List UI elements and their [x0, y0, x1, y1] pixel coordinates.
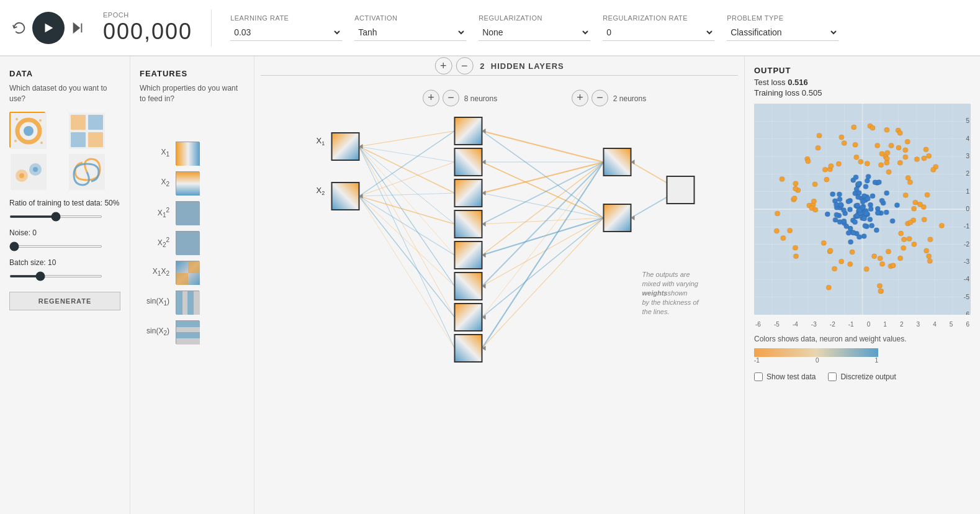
noise-label: Noise: 0 — [9, 228, 120, 237]
svg-point-8 — [14, 140, 17, 142]
feature-sinx1: sin(X1) — [140, 291, 245, 314]
header: Epoch 000,000 Learning rate 0.00001 0.00… — [0, 0, 980, 56]
show-test-data-checkbox[interactable] — [754, 372, 763, 381]
learning-rate-select[interactable]: 0.00001 0.0001 0.001 0.03 0.1 1 3 10 — [230, 24, 342, 41]
svg-line-49 — [359, 147, 455, 162]
regenerate-button[interactable]: REGENERATE — [9, 292, 120, 310]
problem-type-select[interactable]: Classification Regression — [727, 24, 838, 41]
svg-rect-100 — [455, 304, 482, 331]
svg-line-75 — [482, 218, 604, 286]
feature-x1x2: X1X2 — [140, 261, 245, 284]
reg-rate-select[interactable]: 0 0.001 0.003 0.01 0.03 0.1 0.3 1 3 10 — [603, 24, 714, 41]
feature-thumb-x2[interactable] — [176, 171, 199, 195]
dataset-spiral[interactable] — [68, 153, 104, 189]
svg-rect-33 — [176, 291, 182, 315]
dataset-circle[interactable] — [9, 112, 45, 148]
svg-line-69 — [482, 193, 604, 218]
play-button[interactable] — [32, 12, 65, 44]
svg-line-64 — [482, 131, 604, 162]
dataset-xor[interactable] — [68, 112, 104, 148]
step-button[interactable] — [71, 21, 84, 35]
test-loss-text: Test loss 0.516 — [754, 78, 971, 87]
svg-text:+: + — [428, 91, 434, 104]
test-loss-value: 0.516 — [788, 78, 808, 87]
show-test-data-option[interactable]: Show test data — [754, 372, 816, 381]
playback-controls — [12, 12, 84, 44]
svg-line-54 — [359, 147, 455, 317]
svg-rect-92 — [455, 179, 482, 207]
features-subtitle: Which properties do you want to feed in? — [140, 83, 245, 104]
color-bar-mid: 0 — [816, 357, 819, 364]
svg-rect-106 — [604, 204, 631, 232]
color-legend-text: Colors shows data, neuron and weight val… — [754, 334, 971, 345]
data-panel: DATA Which dataset do you want to use? — [0, 56, 130, 514]
svg-text:+: + — [577, 91, 583, 104]
color-bar-min: -1 — [754, 357, 760, 364]
svg-line-55 — [359, 147, 455, 348]
svg-rect-86 — [332, 183, 359, 210]
activation-select[interactable]: ReLU Tanh Sigmoid Linear — [354, 24, 466, 41]
svg-marker-0 — [45, 23, 53, 32]
feature-thumb-x1sq[interactable] — [176, 201, 199, 225]
svg-text:8 neurons: 8 neurons — [464, 94, 497, 103]
discretize-output-option[interactable]: Discretize output — [828, 372, 896, 381]
training-loss-text: Training loss 0.505 — [754, 88, 971, 97]
svg-rect-28 — [176, 243, 200, 255]
problem-type-group: Problem type Classification Regression — [727, 14, 838, 41]
show-test-label: Show test data — [766, 372, 816, 381]
feature-thumb-sinx1[interactable] — [176, 291, 199, 314]
epoch-label: Epoch — [103, 11, 192, 19]
svg-text:−: − — [447, 91, 454, 104]
dataset-grid — [9, 112, 120, 189]
svg-text:X2: X2 — [317, 186, 325, 196]
feature-thumb-x1x2[interactable] — [176, 261, 199, 284]
svg-line-63 — [359, 196, 455, 348]
svg-rect-22 — [176, 172, 200, 196]
noise-value: 0 — [32, 228, 37, 237]
svg-rect-108 — [667, 176, 695, 204]
svg-rect-90 — [455, 148, 482, 176]
ratio-slider[interactable] — [9, 215, 102, 218]
color-legend: Colors shows data, neuron and weight val… — [754, 334, 971, 364]
feature-x2sq: X22 — [140, 231, 245, 255]
feature-thumb-x1[interactable] — [176, 142, 199, 165]
svg-rect-94 — [455, 210, 482, 238]
svg-rect-37 — [176, 332, 200, 338]
learning-rate-group: Learning rate 0.00001 0.0001 0.001 0.03 … — [230, 14, 342, 41]
svg-rect-104 — [604, 148, 631, 176]
regularization-group: Regularization None L1 L2 — [479, 14, 590, 41]
batch-slider[interactable] — [9, 275, 102, 277]
svg-rect-31 — [188, 261, 200, 273]
svg-point-7 — [39, 119, 42, 122]
noise-group: Noise: 0 — [9, 228, 120, 250]
output-visualization — [754, 104, 971, 315]
feature-thumb-x2sq[interactable] — [176, 231, 199, 255]
data-title: DATA — [9, 69, 120, 78]
svg-line-76 — [482, 162, 604, 317]
activation-label: Activation — [354, 14, 466, 22]
ratio-group: Ratio of training to test data: 50% — [9, 199, 120, 220]
svg-text:the lines.: the lines. — [642, 308, 670, 315]
svg-line-62 — [359, 196, 455, 317]
svg-line-51 — [359, 147, 455, 224]
main-content: DATA Which dataset do you want to use? — [0, 56, 980, 514]
noise-slider[interactable] — [9, 245, 102, 248]
svg-text:by the thickness of: by the thickness of — [642, 299, 699, 306]
svg-line-70 — [482, 162, 604, 224]
feature-thumb-sinx2[interactable] — [176, 320, 199, 344]
svg-rect-83 — [332, 133, 359, 160]
svg-point-9 — [40, 142, 43, 144]
regularization-select[interactable]: None L1 L2 — [479, 24, 590, 41]
svg-text:2 neurons: 2 neurons — [613, 94, 646, 103]
feature-x1: X1 — [140, 142, 245, 165]
discretize-output-checkbox[interactable] — [828, 372, 837, 381]
svg-line-59 — [359, 196, 455, 224]
svg-rect-98 — [455, 273, 482, 300]
reset-button[interactable] — [12, 21, 26, 35]
dataset-gaussian[interactable] — [9, 153, 45, 189]
data-subtitle: Which dataset do you want to use? — [9, 83, 120, 104]
svg-line-65 — [482, 131, 604, 218]
svg-rect-96 — [455, 241, 482, 269]
svg-rect-25 — [188, 202, 200, 225]
discretize-label: Discretize output — [840, 372, 896, 381]
